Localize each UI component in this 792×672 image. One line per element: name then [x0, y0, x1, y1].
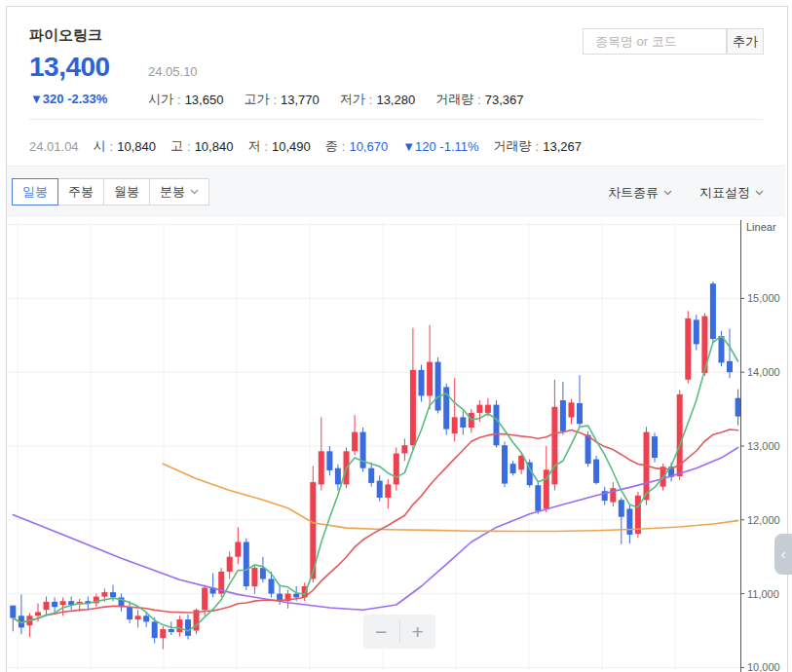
field-label: 거래량: [435, 91, 473, 108]
field-label: 저가: [340, 91, 365, 108]
info-change: ▼120 -1.11%: [402, 139, 478, 154]
chevron-left-icon: ‹: [781, 546, 786, 562]
field-value: 10,670: [349, 139, 388, 154]
chart-panel[interactable]: 15,00014,00013,00012,00011,00010,000: [7, 216, 785, 672]
field-label: 시가: [148, 91, 173, 108]
field-value: 10,840: [195, 139, 234, 154]
y-axis-label: 11,000: [747, 588, 779, 600]
field-colon: :: [110, 139, 114, 154]
zoom-in-button[interactable]: +: [400, 615, 436, 649]
field-value: 73,367: [485, 93, 524, 107]
field-label: 시: [94, 137, 106, 155]
chevron-down-icon: [755, 190, 764, 196]
field-colon: :: [342, 139, 346, 154]
y-axis-label: 15,000: [747, 292, 780, 304]
tab-주봉[interactable]: 주봉: [57, 178, 104, 205]
add-stock-button[interactable]: 추가: [727, 28, 764, 55]
indicator-settings-button[interactable]: 지표설정: [699, 184, 764, 202]
field-label: 고: [170, 137, 183, 155]
stock-name: 파이오링크: [29, 26, 102, 45]
tab-label: 주봉: [68, 183, 94, 201]
tab-label: 월봉: [114, 183, 139, 201]
ohlc-row: 시가:13,650고가:13,770저가:13,280거래량:73,367: [148, 91, 524, 108]
control-label: 지표설정: [699, 184, 750, 202]
tab-label: 일봉: [22, 183, 48, 201]
quote-date: 24.05.10: [148, 64, 198, 79]
y-axis-label: 13,000: [747, 440, 780, 452]
quote-field: 저가:13,280: [340, 91, 415, 108]
candlestick-chart[interactable]: 15,00014,00013,00012,00011,00010,000: [7, 216, 785, 672]
quote-field: 거래량:13,267: [494, 137, 582, 155]
zoom-controls: − +: [363, 615, 435, 649]
quote-field: 고:10,840: [170, 137, 233, 155]
y-axis-label: 14,000: [747, 366, 780, 378]
chart-type-button[interactable]: 차트종류: [608, 184, 672, 202]
quote-field: 저:10,490: [247, 137, 310, 155]
tab-분봉[interactable]: 분봉: [149, 178, 209, 205]
field-value: 13,770: [281, 93, 320, 107]
chart-settings-controls: 차트종류지표설정: [608, 184, 764, 202]
stock-search-input[interactable]: [583, 28, 727, 55]
header-divider: [29, 119, 763, 120]
field-label: 거래량: [494, 137, 532, 155]
axis-scale-label: Linear: [746, 221, 776, 233]
field-value: 10,840: [117, 139, 156, 154]
chevron-down-icon: [190, 189, 199, 195]
field-value: 13,267: [543, 139, 582, 154]
control-label: 차트종류: [608, 184, 659, 202]
quote-field: 시가:13,650: [148, 91, 223, 108]
y-axis-label: 10,000: [747, 661, 780, 672]
field-value: 10,490: [272, 139, 311, 154]
field-colon: :: [264, 139, 268, 154]
zoom-out-button[interactable]: −: [363, 615, 399, 649]
info-date: 24.01.04: [29, 139, 79, 154]
y-axis-label: 12,000: [747, 514, 780, 526]
field-colon: :: [477, 93, 481, 107]
field-value: 13,650: [185, 93, 224, 107]
field-colon: :: [187, 139, 191, 154]
field-colon: :: [177, 93, 181, 107]
chart-toolbar: 일봉주봉월봉분봉 차트종류지표설정: [7, 166, 785, 216]
period-tabs: 일봉주봉월봉분봉: [13, 178, 209, 205]
field-colon: :: [369, 93, 373, 107]
tab-월봉[interactable]: 월봉: [103, 178, 150, 205]
current-price: 13,400: [29, 52, 110, 83]
field-label: 고가: [244, 91, 269, 108]
collapse-panel-button[interactable]: ‹: [774, 534, 792, 575]
price-change: ▼320 -2.33%: [30, 92, 107, 106]
field-colon: :: [273, 93, 277, 107]
quote-field: 고가:13,770: [244, 91, 319, 108]
quote-field: 거래량:73,367: [435, 91, 523, 108]
first-candle-info-row: 24.01.04시:10,840고:10,840저:10,490종:10,670…: [29, 137, 582, 155]
chevron-down-icon: [663, 190, 672, 196]
quote-field: 종:10,670: [325, 137, 388, 155]
field-colon: :: [536, 139, 540, 154]
field-label: 종: [325, 137, 338, 155]
field-value: 13,280: [376, 93, 415, 107]
stock-chart-page: 파이오링크 13,400 ▼320 -2.33% 24.05.10 시가:13,…: [0, 0, 792, 672]
quote-field: 시:10,840: [94, 137, 156, 155]
tab-일봉[interactable]: 일봉: [12, 178, 58, 205]
field-label: 저: [247, 137, 260, 155]
tab-label: 분봉: [160, 183, 185, 201]
